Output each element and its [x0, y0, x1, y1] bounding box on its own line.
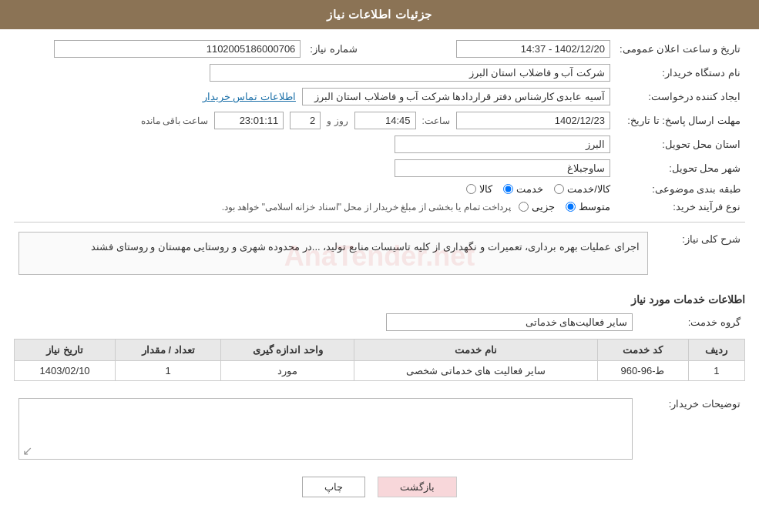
col-row: ردیف [688, 340, 744, 361]
announce-label: تاریخ و ساعت اعلان عمومی: [615, 37, 745, 61]
purchase-type-label: نوع فرآیند خرید: [615, 198, 745, 216]
page-title: جزئیات اطلاعات نیاز [327, 8, 432, 21]
print-button[interactable]: چاپ [302, 477, 365, 497]
creator-input[interactable] [302, 88, 610, 105]
purchase-type-radio-group: متوسط جزیی [519, 201, 610, 212]
delivery-province-label: استان محل تحویل: [615, 132, 745, 156]
category-option-kala-khedmat[interactable]: کالا/خدمت [554, 183, 610, 195]
buyer-notes-box: ↙ [18, 398, 633, 460]
response-days-input[interactable] [290, 112, 321, 129]
category-option-kala[interactable]: کالا [466, 183, 492, 195]
general-desc-section: شرح کلی نیاز: اجرای عملیات بهره برداری، … [14, 229, 745, 284]
response-deadline-label: مهلت ارسال پاسخ: تا تاریخ: [615, 109, 745, 132]
response-remaining-input[interactable] [214, 112, 284, 129]
page-header: جزئیات اطلاعات نیاز [0, 0, 759, 29]
buyer-org-label: نام دستگاه خریدار: [615, 61, 745, 85]
buyer-notes-label: توضیحات خریدار: [637, 392, 745, 463]
buyer-org-input[interactable] [210, 64, 610, 82]
service-group-label: گروه خدمت: [637, 310, 745, 334]
response-remaining-label: ساعت باقی مانده [141, 115, 209, 126]
back-button[interactable]: بازگشت [378, 477, 457, 497]
general-desc-label: شرح کلی نیاز: [653, 229, 745, 284]
table-row: 1ط-96-960سایر فعالیت های خدماتی شخصیمورد… [15, 361, 745, 381]
response-time-label: ساعت: [422, 115, 450, 126]
purchase-type-partial[interactable]: جزیی [519, 201, 555, 212]
service-group-input[interactable] [386, 313, 633, 331]
creator-label: ایجاد کننده درخواست: [615, 85, 745, 109]
need-number-label: شماره نیاز: [305, 37, 413, 61]
delivery-city-input[interactable] [395, 159, 610, 177]
col-unit: واحد اندازه گیری [221, 340, 354, 361]
bottom-buttons: بازگشت چاپ [14, 477, 745, 510]
response-time-input[interactable] [354, 112, 416, 129]
resize-handle-icon: ↙ [22, 445, 32, 457]
delivery-city-label: شهر محل تحویل: [615, 156, 745, 180]
category-option-khedmat[interactable]: خدمت [503, 183, 543, 195]
services-table: ردیف کد خدمت نام خدمت واحد اندازه گیری ت… [14, 339, 745, 381]
category-radio-group: کالا/خدمت خدمت کالا [466, 183, 610, 195]
main-info-table: تاریخ و ساعت اعلان عمومی: شماره نیاز: نا… [14, 37, 745, 216]
category-label: طبقه بندی موضوعی: [615, 180, 745, 198]
col-date: تاریخ نیاز [15, 340, 116, 361]
col-name: نام خدمت [354, 340, 597, 361]
divider-1 [14, 222, 745, 223]
response-date-input[interactable] [456, 112, 610, 129]
announce-input[interactable] [456, 40, 610, 58]
purchase-type-medium[interactable]: متوسط [566, 201, 610, 212]
col-qty: تعداد / مقدار [116, 340, 221, 361]
need-number-input[interactable] [54, 40, 301, 58]
purchase-type-note: پرداخت تمام یا بخشی از مبلغ خریدار از مح… [222, 202, 511, 212]
general-desc-box: اجرای عملیات بهره برداری، تعمیرات و نگهد… [18, 232, 648, 275]
col-code: کد خدمت [597, 340, 688, 361]
services-section-title: اطلاعات خدمات مورد نیاز [14, 293, 745, 306]
creator-contact-link[interactable]: اطلاعات تماس خریدار [203, 91, 296, 102]
delivery-province-input[interactable] [395, 136, 610, 153]
response-days-label: روز و [327, 115, 348, 126]
